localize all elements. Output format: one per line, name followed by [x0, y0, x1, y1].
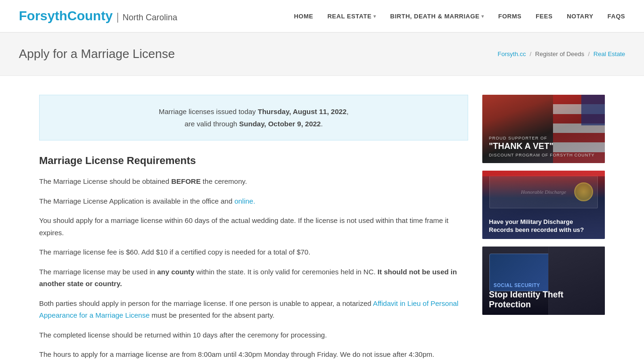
section-heading: Marriage License Requirements [39, 155, 468, 167]
site-header: Forsyth County|North Carolina HOME REAL … [0, 0, 644, 33]
thank-vet-detail: Discount Program of Forsyth County [489, 153, 594, 157]
para-any-county: The marriage license may be used in any … [39, 266, 468, 290]
main-wrapper: Marriage licenses issued today Thursday,… [20, 76, 624, 362]
site-logo[interactable]: Forsyth County|North Carolina [19, 8, 177, 24]
nav-home[interactable]: HOME [294, 13, 313, 20]
notice-line1-suffix: , [347, 107, 348, 115]
breadcrumb-forsyth[interactable]: Forsyth.cc [498, 50, 526, 58]
thank-vet-main-text: "THANK A VET" [489, 142, 594, 151]
discharge-text: Have your Military Discharge Records bee… [482, 214, 605, 239]
para-before-ceremony: The Marriage License should be obtained … [39, 175, 468, 188]
para-fee: The marriage license fee is $60. Add $10… [39, 246, 468, 258]
sidebar-card-thank-vet[interactable]: Proud Supporter of "THANK A VET" Discoun… [482, 95, 605, 163]
breadcrumb-sep-2: / [588, 50, 590, 58]
real-estate-dropdown-icon: ▾ [373, 14, 376, 19]
breadcrumb-bar: Apply for a Marriage License Forsyth.cc … [0, 33, 644, 76]
identity-heading: Stop Identity Theft Protection [489, 290, 598, 310]
logo-nc: North Carolina [123, 13, 177, 23]
notice-line2-prefix: are valid through [184, 120, 239, 128]
para-60-days: You should apply for a marriage license … [39, 214, 468, 239]
main-nav: HOME REAL ESTATE ▾ BIRTH, DEATH & MARRIA… [294, 13, 625, 20]
breadcrumb-real-estate[interactable]: Real Estate [594, 50, 625, 58]
nav-birth-death-marriage[interactable]: BIRTH, DEATH & MARRIAGE ▾ [390, 13, 484, 20]
nav-fees[interactable]: FEES [536, 13, 553, 20]
identity-text: Stop Identity Theft Protection [482, 285, 605, 315]
nav-real-estate[interactable]: REAL ESTATE ▾ [327, 13, 376, 20]
para-both-parties: Both parties should apply in person for … [39, 297, 468, 321]
nav-notary[interactable]: NOTARY [567, 13, 593, 20]
birth-death-dropdown-icon: ▾ [481, 14, 484, 19]
para-hours: The hours to apply for a marriage licens… [39, 348, 468, 361]
notice-line1-prefix: Marriage licenses issued today [159, 107, 258, 115]
nav-forms[interactable]: FORMS [498, 13, 521, 20]
logo-separator: | [116, 10, 119, 23]
notice-box: Marriage licenses issued today Thursday,… [39, 95, 468, 140]
nav-faqs[interactable]: FAQS [608, 13, 625, 20]
notice-line1-date: Thursday, August 11, 2022 [258, 107, 347, 115]
thank-vet-text: Proud Supporter of "THANK A VET" Discoun… [482, 130, 601, 163]
breadcrumb-register: Register of Deeds [535, 50, 584, 58]
notice-line2-date: Sunday, October 9, 2022 [239, 120, 321, 128]
sidebar: Proud Supporter of "THANK A VET" Discoun… [482, 95, 605, 362]
para-application-available: The Marriage License Application is avai… [39, 195, 468, 207]
logo-forsyth: Forsyth [19, 8, 67, 24]
sidebar-card-discharge[interactable]: Honorable Discharge Have your Military D… [482, 171, 605, 239]
notice-line2-suffix: . [321, 120, 322, 128]
discharge-heading: Have your Military Discharge Records bee… [489, 218, 598, 234]
logo-county: County [67, 8, 113, 24]
breadcrumb: Forsyth.cc / Register of Deeds / Real Es… [498, 50, 625, 58]
sidebar-card-identity[interactable]: SOCIAL SECURITY Stop Identity Theft Prot… [482, 247, 605, 315]
para-10-days: The completed license should be returned… [39, 329, 468, 341]
thank-vet-subtitle: Proud Supporter of [489, 136, 594, 140]
page-title: Apply for a Marriage License [19, 47, 175, 61]
content-area: Marriage licenses issued today Thursday,… [39, 95, 468, 362]
online-link[interactable]: online. [234, 197, 255, 205]
breadcrumb-sep-1: / [529, 50, 531, 58]
